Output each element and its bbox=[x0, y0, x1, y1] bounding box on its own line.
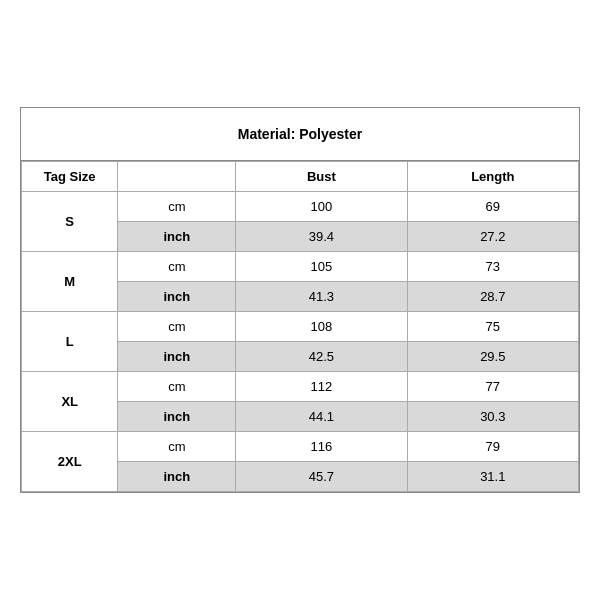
unit-cm: cm bbox=[118, 312, 236, 342]
header-tag-size: Tag Size bbox=[22, 162, 118, 192]
bust-cm: 116 bbox=[236, 432, 407, 462]
table-row: L cm 108 75 bbox=[22, 312, 579, 342]
header-unit-empty bbox=[118, 162, 236, 192]
length-inch: 28.7 bbox=[407, 282, 578, 312]
unit-inch: inch bbox=[118, 402, 236, 432]
length-cm: 73 bbox=[407, 252, 578, 282]
length-cm: 75 bbox=[407, 312, 578, 342]
table-row: M cm 105 73 bbox=[22, 252, 579, 282]
bust-cm: 112 bbox=[236, 372, 407, 402]
table-row: 2XL cm 116 79 bbox=[22, 432, 579, 462]
size-label: L bbox=[22, 312, 118, 372]
bust-cm: 105 bbox=[236, 252, 407, 282]
size-table: Tag Size Bust Length S cm 100 69 inch 39… bbox=[21, 161, 579, 492]
unit-cm: cm bbox=[118, 372, 236, 402]
size-chart-container: Material: Polyester Tag Size Bust Length… bbox=[20, 107, 580, 493]
bust-inch: 41.3 bbox=[236, 282, 407, 312]
size-label: M bbox=[22, 252, 118, 312]
length-cm: 79 bbox=[407, 432, 578, 462]
unit-inch: inch bbox=[118, 342, 236, 372]
bust-cm: 100 bbox=[236, 192, 407, 222]
length-inch: 30.3 bbox=[407, 402, 578, 432]
bust-inch: 42.5 bbox=[236, 342, 407, 372]
length-inch: 27.2 bbox=[407, 222, 578, 252]
table-row: XL cm 112 77 bbox=[22, 372, 579, 402]
table-header-row: Tag Size Bust Length bbox=[22, 162, 579, 192]
bust-inch: 44.1 bbox=[236, 402, 407, 432]
length-inch: 29.5 bbox=[407, 342, 578, 372]
unit-inch: inch bbox=[118, 222, 236, 252]
length-cm: 77 bbox=[407, 372, 578, 402]
unit-cm: cm bbox=[118, 192, 236, 222]
bust-inch: 39.4 bbox=[236, 222, 407, 252]
unit-inch: inch bbox=[118, 462, 236, 492]
unit-inch: inch bbox=[118, 282, 236, 312]
unit-cm: cm bbox=[118, 252, 236, 282]
bust-inch: 45.7 bbox=[236, 462, 407, 492]
size-label: 2XL bbox=[22, 432, 118, 492]
unit-cm: cm bbox=[118, 432, 236, 462]
size-label: S bbox=[22, 192, 118, 252]
table-row: S cm 100 69 bbox=[22, 192, 579, 222]
length-cm: 69 bbox=[407, 192, 578, 222]
header-bust: Bust bbox=[236, 162, 407, 192]
chart-title: Material: Polyester bbox=[21, 108, 579, 161]
size-label: XL bbox=[22, 372, 118, 432]
header-length: Length bbox=[407, 162, 578, 192]
bust-cm: 108 bbox=[236, 312, 407, 342]
length-inch: 31.1 bbox=[407, 462, 578, 492]
